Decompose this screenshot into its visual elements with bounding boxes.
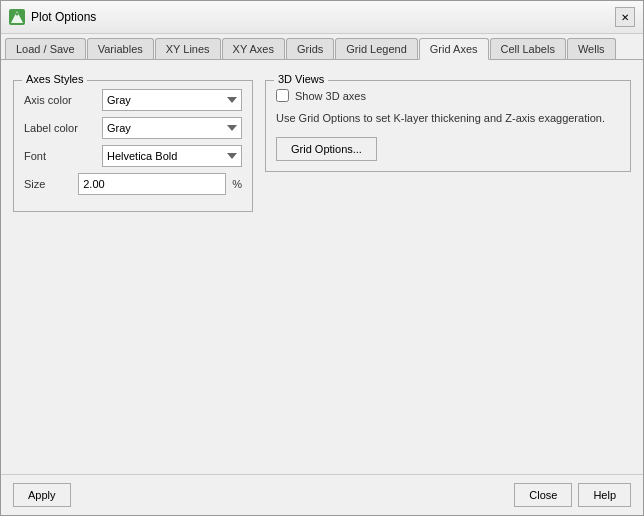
axes-styles-group: Axes Styles Axis color Gray Black White … xyxy=(13,80,253,212)
tab-grid-axes[interactable]: Grid Axes xyxy=(419,38,489,60)
tab-xy-lines[interactable]: XY Lines xyxy=(155,38,221,59)
grid-options-button[interactable]: Grid Options... xyxy=(276,137,377,161)
title-bar-left: Plot Options xyxy=(9,9,96,25)
footer-left: Apply xyxy=(13,483,71,507)
label-color-select[interactable]: Gray Black White Red Blue Green xyxy=(102,117,242,139)
size-row: Size % xyxy=(24,173,242,195)
svg-point-2 xyxy=(16,13,19,16)
window-title: Plot Options xyxy=(31,10,96,24)
tab-grids[interactable]: Grids xyxy=(286,38,334,59)
3d-views-panel: 3D Views Show 3D axes Use Grid Options t… xyxy=(265,72,631,462)
tab-grid-legend[interactable]: Grid Legend xyxy=(335,38,418,59)
axis-color-select[interactable]: Gray Black White Red Blue Green xyxy=(102,89,242,111)
help-button[interactable]: Help xyxy=(578,483,631,507)
font-row: Font Helvetica Bold Arial Times New Roma… xyxy=(24,145,242,167)
show-3d-axes-row: Show 3D axes xyxy=(276,89,620,102)
close-button[interactable]: Close xyxy=(514,483,572,507)
label-color-row: Label color Gray Black White Red Blue Gr… xyxy=(24,117,242,139)
app-icon xyxy=(9,9,25,25)
size-label: Size xyxy=(24,178,72,190)
tab-cell-labels[interactable]: Cell Labels xyxy=(490,38,566,59)
main-content: Axes Styles Axis color Gray Black White … xyxy=(1,60,643,474)
tab-load-save[interactable]: Load / Save xyxy=(5,38,86,59)
apply-button[interactable]: Apply xyxy=(13,483,71,507)
tab-bar: Load / Save Variables XY Lines XY Axes G… xyxy=(1,34,643,60)
footer: Apply Close Help xyxy=(1,474,643,515)
show-3d-axes-checkbox[interactable] xyxy=(276,89,289,102)
window-close-button[interactable]: ✕ xyxy=(615,7,635,27)
axis-color-row: Axis color Gray Black White Red Blue Gre… xyxy=(24,89,242,111)
show-3d-axes-label: Show 3D axes xyxy=(295,90,366,102)
title-bar: Plot Options ✕ xyxy=(1,1,643,34)
size-input[interactable] xyxy=(78,173,226,195)
footer-right: Close Help xyxy=(514,483,631,507)
grid-options-info: Use Grid Options to set K-layer thickeni… xyxy=(276,110,620,127)
axis-color-label: Axis color xyxy=(24,94,96,106)
3d-views-title: 3D Views xyxy=(274,73,328,85)
axes-styles-panel: Axes Styles Axis color Gray Black White … xyxy=(13,72,253,462)
size-unit: % xyxy=(232,178,242,190)
font-select[interactable]: Helvetica Bold Arial Times New Roman Cou… xyxy=(102,145,242,167)
tab-variables[interactable]: Variables xyxy=(87,38,154,59)
tab-wells[interactable]: Wells xyxy=(567,38,616,59)
3d-views-group: 3D Views Show 3D axes Use Grid Options t… xyxy=(265,80,631,172)
main-window: Plot Options ✕ Load / Save Variables XY … xyxy=(0,0,644,516)
axes-styles-title: Axes Styles xyxy=(22,73,87,85)
font-label: Font xyxy=(24,150,96,162)
label-color-label: Label color xyxy=(24,122,96,134)
tab-xy-axes[interactable]: XY Axes xyxy=(222,38,285,59)
